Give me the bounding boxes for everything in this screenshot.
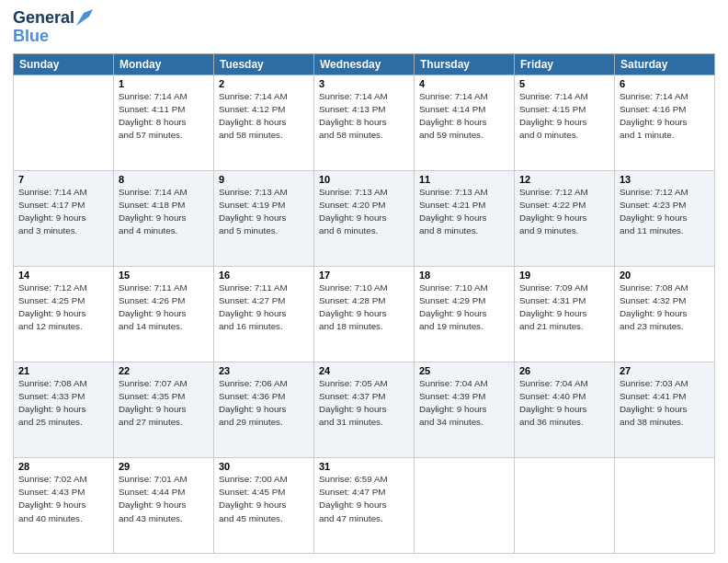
day-number: 30 — [219, 461, 309, 472]
day-info: Sunrise: 7:13 AMSunset: 4:19 PMDaylight:… — [219, 186, 309, 238]
day-info: Sunrise: 7:14 AMSunset: 4:16 PMDaylight:… — [620, 90, 710, 143]
calendar-table: SundayMondayTuesdayWednesdayThursdayFrid… — [13, 53, 715, 554]
calendar-header-monday: Monday — [114, 53, 214, 75]
day-number: 25 — [419, 365, 509, 376]
day-info: Sunrise: 7:10 AMSunset: 4:29 PMDaylight:… — [419, 282, 509, 334]
day-number: 15 — [119, 270, 209, 281]
day-number: 21 — [18, 365, 108, 376]
calendar-cell: 5Sunrise: 7:14 AMSunset: 4:15 PMDaylight… — [515, 75, 615, 170]
calendar-cell — [515, 457, 615, 553]
calendar-cell: 8Sunrise: 7:14 AMSunset: 4:18 PMDaylight… — [114, 170, 214, 266]
day-info: Sunrise: 7:12 AMSunset: 4:25 PMDaylight:… — [18, 282, 108, 334]
logo-text-general: General — [13, 9, 74, 28]
calendar-week-row: 28Sunrise: 7:02 AMSunset: 4:43 PMDayligh… — [14, 457, 715, 553]
day-info: Sunrise: 7:14 AMSunset: 4:12 PMDaylight:… — [219, 90, 309, 143]
day-info: Sunrise: 7:04 AMSunset: 4:39 PMDaylight:… — [419, 377, 509, 430]
calendar-cell: 31Sunrise: 6:59 AMSunset: 4:47 PMDayligh… — [314, 457, 415, 553]
calendar-cell: 14Sunrise: 7:12 AMSunset: 4:25 PMDayligh… — [14, 266, 114, 362]
day-number: 23 — [219, 365, 309, 376]
day-info: Sunrise: 7:12 AMSunset: 4:23 PMDaylight:… — [620, 186, 710, 238]
day-info: Sunrise: 7:11 AMSunset: 4:27 PMDaylight:… — [219, 282, 309, 334]
calendar-cell: 22Sunrise: 7:07 AMSunset: 4:35 PMDayligh… — [114, 362, 214, 457]
calendar-cell — [415, 457, 515, 553]
calendar-cell: 20Sunrise: 7:08 AMSunset: 4:32 PMDayligh… — [615, 266, 715, 362]
day-number: 19 — [519, 270, 609, 281]
day-number: 29 — [119, 461, 209, 472]
calendar-header-friday: Friday — [515, 53, 615, 75]
day-number: 10 — [319, 174, 409, 185]
calendar-header-row: SundayMondayTuesdayWednesdayThursdayFrid… — [14, 53, 715, 75]
day-number: 28 — [18, 461, 108, 472]
calendar-cell: 12Sunrise: 7:12 AMSunset: 4:22 PMDayligh… — [515, 170, 615, 266]
day-number: 3 — [319, 78, 409, 89]
day-number: 7 — [18, 174, 108, 185]
day-number: 27 — [620, 365, 710, 376]
calendar-cell: 27Sunrise: 7:03 AMSunset: 4:41 PMDayligh… — [615, 362, 715, 457]
day-info: Sunrise: 6:59 AMSunset: 4:47 PMDaylight:… — [319, 473, 409, 525]
day-info: Sunrise: 7:04 AMSunset: 4:40 PMDaylight:… — [519, 377, 609, 430]
day-info: Sunrise: 7:05 AMSunset: 4:37 PMDaylight:… — [319, 377, 409, 430]
day-info: Sunrise: 7:14 AMSunset: 4:17 PMDaylight:… — [18, 186, 108, 238]
calendar-cell — [615, 457, 715, 553]
calendar-cell: 15Sunrise: 7:11 AMSunset: 4:26 PMDayligh… — [114, 266, 214, 362]
day-info: Sunrise: 7:14 AMSunset: 4:15 PMDaylight:… — [519, 90, 609, 143]
calendar-cell: 9Sunrise: 7:13 AMSunset: 4:19 PMDaylight… — [214, 170, 314, 266]
logo-bird-icon — [76, 9, 93, 26]
day-number: 16 — [219, 270, 309, 281]
calendar-cell: 4Sunrise: 7:14 AMSunset: 4:14 PMDaylight… — [415, 75, 515, 170]
calendar-week-row: 14Sunrise: 7:12 AMSunset: 4:25 PMDayligh… — [14, 266, 715, 362]
day-info: Sunrise: 7:03 AMSunset: 4:41 PMDaylight:… — [620, 377, 710, 430]
day-info: Sunrise: 7:08 AMSunset: 4:32 PMDaylight:… — [620, 282, 710, 334]
day-info: Sunrise: 7:09 AMSunset: 4:31 PMDaylight:… — [519, 282, 609, 334]
day-number: 6 — [620, 78, 710, 89]
day-info: Sunrise: 7:14 AMSunset: 4:13 PMDaylight:… — [319, 90, 409, 143]
day-number: 26 — [519, 365, 609, 376]
day-info: Sunrise: 7:06 AMSunset: 4:36 PMDaylight:… — [219, 377, 309, 430]
day-number: 5 — [519, 78, 609, 89]
day-info: Sunrise: 7:13 AMSunset: 4:21 PMDaylight:… — [419, 186, 509, 238]
logo-line1: General — [13, 9, 93, 28]
day-info: Sunrise: 7:13 AMSunset: 4:20 PMDaylight:… — [319, 186, 409, 238]
day-number: 14 — [18, 270, 108, 281]
main-container: General Blue SundayMondayTuesdayWednesda… — [0, 0, 728, 563]
calendar-header-wednesday: Wednesday — [314, 53, 415, 75]
calendar-header-sunday: Sunday — [14, 53, 114, 75]
day-number: 20 — [620, 270, 710, 281]
logo-line2: Blue — [13, 28, 49, 46]
day-info: Sunrise: 7:12 AMSunset: 4:22 PMDaylight:… — [519, 186, 609, 238]
calendar-cell: 3Sunrise: 7:14 AMSunset: 4:13 PMDaylight… — [314, 75, 415, 170]
day-number: 22 — [119, 365, 209, 376]
calendar-cell: 29Sunrise: 7:01 AMSunset: 4:44 PMDayligh… — [114, 457, 214, 553]
calendar-cell: 11Sunrise: 7:13 AMSunset: 4:21 PMDayligh… — [415, 170, 515, 266]
day-number: 13 — [620, 174, 710, 185]
day-info: Sunrise: 7:14 AMSunset: 4:18 PMDaylight:… — [119, 186, 209, 238]
calendar-cell: 6Sunrise: 7:14 AMSunset: 4:16 PMDaylight… — [615, 75, 715, 170]
calendar-week-row: 7Sunrise: 7:14 AMSunset: 4:17 PMDaylight… — [14, 170, 715, 266]
day-number: 31 — [319, 461, 409, 472]
day-number: 8 — [119, 174, 209, 185]
calendar-cell: 28Sunrise: 7:02 AMSunset: 4:43 PMDayligh… — [14, 457, 114, 553]
calendar-cell: 21Sunrise: 7:08 AMSunset: 4:33 PMDayligh… — [14, 362, 114, 457]
day-info: Sunrise: 7:11 AMSunset: 4:26 PMDaylight:… — [119, 282, 209, 334]
day-info: Sunrise: 7:07 AMSunset: 4:35 PMDaylight:… — [119, 377, 209, 430]
day-number: 11 — [419, 174, 509, 185]
calendar-cell: 18Sunrise: 7:10 AMSunset: 4:29 PMDayligh… — [415, 266, 515, 362]
calendar-cell: 13Sunrise: 7:12 AMSunset: 4:23 PMDayligh… — [615, 170, 715, 266]
calendar-cell: 7Sunrise: 7:14 AMSunset: 4:17 PMDaylight… — [14, 170, 114, 266]
svg-marker-0 — [76, 9, 93, 26]
day-info: Sunrise: 7:10 AMSunset: 4:28 PMDaylight:… — [319, 282, 409, 334]
calendar-cell: 25Sunrise: 7:04 AMSunset: 4:39 PMDayligh… — [415, 362, 515, 457]
day-info: Sunrise: 7:00 AMSunset: 4:45 PMDaylight:… — [219, 473, 309, 525]
day-number: 9 — [219, 174, 309, 185]
day-number: 2 — [219, 78, 309, 89]
day-number: 12 — [519, 174, 609, 185]
calendar-header-thursday: Thursday — [415, 53, 515, 75]
day-number: 24 — [319, 365, 409, 376]
header: General Blue — [13, 9, 715, 46]
day-info: Sunrise: 7:14 AMSunset: 4:14 PMDaylight:… — [419, 90, 509, 143]
calendar-week-row: 1Sunrise: 7:14 AMSunset: 4:11 PMDaylight… — [14, 75, 715, 170]
calendar-header-tuesday: Tuesday — [214, 53, 314, 75]
calendar-cell: 1Sunrise: 7:14 AMSunset: 4:11 PMDaylight… — [114, 75, 214, 170]
logo: General Blue — [13, 9, 93, 46]
day-info: Sunrise: 7:02 AMSunset: 4:43 PMDaylight:… — [18, 473, 108, 525]
